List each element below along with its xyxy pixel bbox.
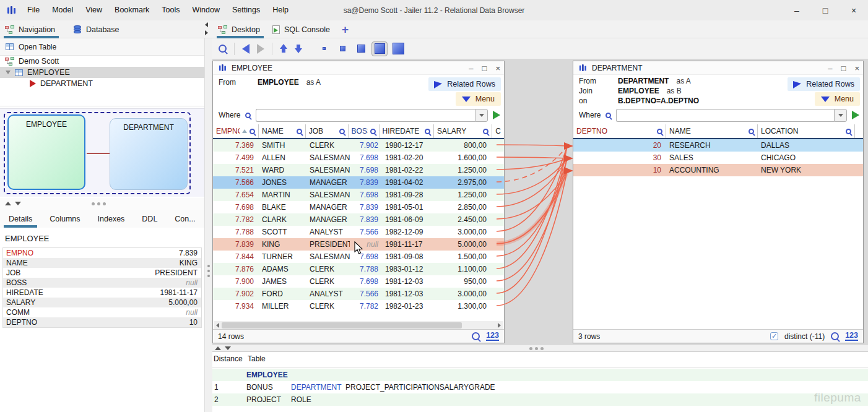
menu-view[interactable]: View [79,0,108,20]
employee-row-james[interactable]: 7.900JAMESCLERK7.6981981-12-03950,00 [213,275,504,288]
run-query-button[interactable] [852,111,859,119]
closure-splitter[interactable] [212,345,868,351]
minimize-button[interactable]: – [783,0,811,20]
closure-table-project_participation[interactable]: PROJECT_PARTICIPATION [345,383,440,392]
menu-file[interactable]: File [21,0,46,20]
tab-constraints[interactable]: Con... [166,210,204,228]
tree-item-department[interactable]: DEPARTMENT [0,78,204,89]
close-button[interactable]: × [495,64,500,73]
employee-row-miller[interactable]: 7.934MILLERCLERK7.7821982-01-231.300,00 [213,300,504,312]
column-header-hiredate[interactable]: HIREDATE [380,124,434,138]
horizontal-scrollbar[interactable] [214,321,503,330]
column-header-deptno[interactable]: DEPTNO [573,124,666,138]
diagram-table-department[interactable]: DEPARTMENT [110,118,188,190]
closure-table-salarygrade[interactable]: SALARYGRADE [440,383,514,392]
menu-button[interactable]: Menu [456,92,501,106]
condition-dropdown-button[interactable] [834,109,847,122]
down-button[interactable] [295,44,302,53]
menu-help[interactable]: Help [266,0,295,20]
department-row-research[interactable]: 20RESEARCHDALLAS [573,139,863,152]
tab-desktop[interactable]: Desktop [218,20,260,38]
tab-sql-console[interactable]: SQL Console [272,20,330,38]
column-filter-icon[interactable] [483,129,488,134]
zoom-level-4-button[interactable] [371,41,388,56]
menu-model[interactable]: Model [46,0,79,20]
maximize-button[interactable]: □ [811,0,840,20]
closure-table-bonus[interactable]: BONUS [246,383,291,392]
department-row-sales[interactable]: 30SALESCHICAGO [573,152,863,164]
run-query-button[interactable] [493,111,500,119]
column-filter-icon[interactable] [657,129,662,134]
employee-row-jones[interactable]: 7.566JONESMANAGER7.8391981-04-022.975,00 [213,176,504,189]
diagram-table-employee[interactable]: EMPLOYEE [7,114,85,190]
menu-bookmark[interactable]: Bookmark [108,0,155,20]
column-filter-icon[interactable] [846,129,851,134]
employee-row-adams[interactable]: 7.876ADAMSCLERK7.7881983-01-121.100,00 [213,263,504,275]
maximize-button[interactable]: □ [841,64,846,73]
menu-tools[interactable]: Tools [155,0,186,20]
close-button[interactable]: × [854,64,859,73]
scroll-left-icon[interactable] [216,323,219,328]
condition-dropdown-button[interactable] [475,109,488,122]
add-tab-button[interactable]: + [342,20,349,38]
department-window-titlebar[interactable]: DEPARTMENT – □ × [573,61,863,75]
department-row-accounting[interactable]: 10ACCOUNTINGNEW YORK [573,164,863,176]
tab-columns[interactable]: Columns [41,210,89,228]
column-header-boss[interactable]: BOSS [349,124,380,138]
find-icon[interactable] [831,332,839,340]
menu-button[interactable]: Menu [815,92,860,106]
tab-navigation[interactable]: Navigation [5,20,55,38]
closure-table-project[interactable]: PROJECT [246,395,291,404]
tab-database[interactable]: Database [73,20,119,38]
close-button[interactable]: × [840,0,868,20]
zoom-level-1-button[interactable] [316,41,332,56]
find-icon[interactable] [472,332,480,340]
column-filter-icon[interactable] [339,129,345,134]
count-rows-icon[interactable]: 123 [845,332,858,341]
employee-row-smith[interactable]: 7.369SMITHCLERK7.9021980-12-17800,00 [213,139,504,152]
column-filter-icon[interactable] [297,129,302,134]
scroll-right-icon[interactable] [498,323,501,328]
employee-row-ford[interactable]: 7.902FORDANALYST7.5661981-12-033.000,00 [213,288,504,300]
column-header-name[interactable]: NAME [666,124,758,138]
condition-search-icon[interactable] [245,113,251,118]
forward-button[interactable] [257,44,264,54]
employee-row-scott[interactable]: 7.788SCOTTANALYST7.5661982-12-093.000,00 [213,226,504,238]
column-header-job[interactable]: JOB [306,124,349,138]
where-condition-input[interactable] [256,109,475,122]
expander-icon[interactable] [6,71,11,74]
back-button[interactable] [242,44,250,54]
column-header-location[interactable]: LOCATION [758,124,855,138]
scrollbar-thumb[interactable] [222,322,462,328]
closure-table-role[interactable]: ROLE [291,395,345,404]
collapse-expand-arrows[interactable] [5,202,21,205]
closure-row[interactable]: EMPLOYEE [212,369,868,381]
tab-ddl[interactable]: DDL [133,210,166,228]
employee-row-clark[interactable]: 7.782CLARKMANAGER7.8391981-06-092.450,00 [213,213,504,226]
tab-scroll-arrows[interactable] [205,22,211,37]
employee-row-ward[interactable]: 7.521WARDSALESMAN7.6981981-02-221.250,00 [213,164,504,176]
column-header-c[interactable]: C [492,124,504,138]
closure-row[interactable]: 2PROJECTROLE [212,393,868,406]
splitter-grip[interactable] [92,202,106,205]
zoom-level-3-button[interactable] [353,41,369,56]
closure-table-department[interactable]: DEPARTMENT [291,383,345,392]
open-table-button[interactable]: Open Table [0,38,204,56]
up-button[interactable] [280,44,287,53]
count-rows-icon[interactable]: 123 [486,332,499,341]
main-vertical-splitter[interactable] [204,38,212,412]
column-header-salary[interactable]: SALARY [434,124,492,138]
column-filter-icon[interactable] [250,129,255,134]
employee-window-titlebar[interactable]: EMPLOYEE – □ × [213,61,504,75]
menu-settings[interactable]: Settings [226,0,266,20]
employee-row-blake[interactable]: 7.698BLAKEMANAGER7.8391981-05-012.850,00 [213,201,504,213]
column-filter-icon[interactable] [425,129,430,134]
related-rows-button[interactable]: Related Rows [788,77,860,91]
splitter-grip[interactable] [207,265,210,277]
splitter-grip[interactable] [529,347,544,350]
distinct-checkbox[interactable]: ✓ [770,332,778,340]
zoom-level-2-button[interactable] [334,41,350,56]
maximize-button[interactable]: □ [482,64,487,73]
closure-row[interactable]: 1BONUSDEPARTMENTPROJECT_PARTICIPATIONSAL… [212,381,868,393]
sidebar-splitter[interactable] [0,198,204,210]
